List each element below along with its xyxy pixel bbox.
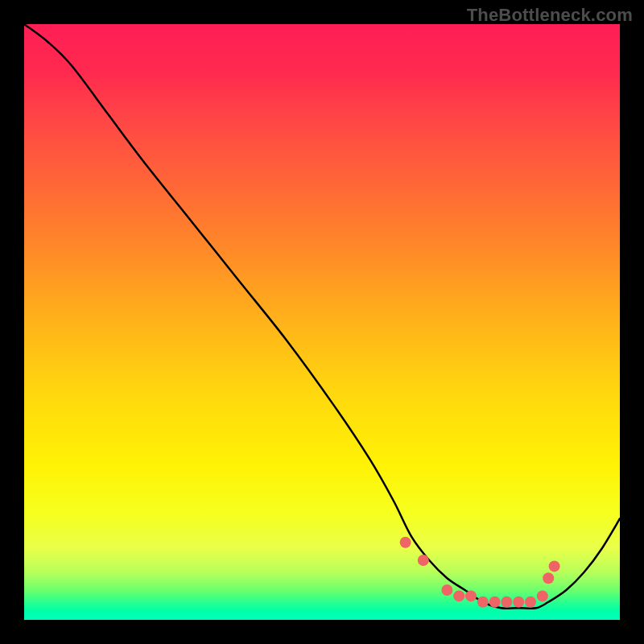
highlight-dot (441, 584, 452, 596)
highlight-dot (418, 555, 429, 566)
highlight-dot (453, 590, 464, 601)
highlight-dot (465, 590, 477, 601)
highlight-dot (525, 597, 536, 608)
attribution-label: TheBottleneck.com (467, 5, 633, 26)
highlight-dot (543, 572, 554, 584)
bottleneck-curve (24, 24, 620, 620)
gradient-plot-area (24, 24, 620, 620)
curve-points (400, 537, 560, 608)
highlight-dot (513, 597, 524, 608)
highlight-dot (501, 597, 512, 608)
highlight-dot (477, 597, 489, 608)
highlight-dot (549, 560, 560, 572)
chart-frame: TheBottleneck.com (0, 0, 644, 644)
curve-path (24, 24, 620, 609)
highlight-dot (489, 597, 501, 608)
highlight-dot (400, 537, 411, 548)
highlight-dot (537, 590, 548, 601)
